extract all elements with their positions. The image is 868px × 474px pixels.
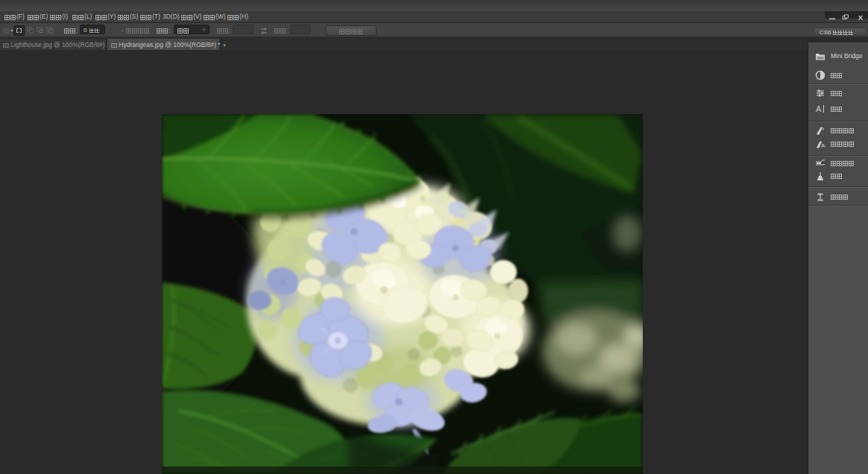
svg-text:A: A [821,142,825,149]
svg-text:A: A [816,104,822,113]
